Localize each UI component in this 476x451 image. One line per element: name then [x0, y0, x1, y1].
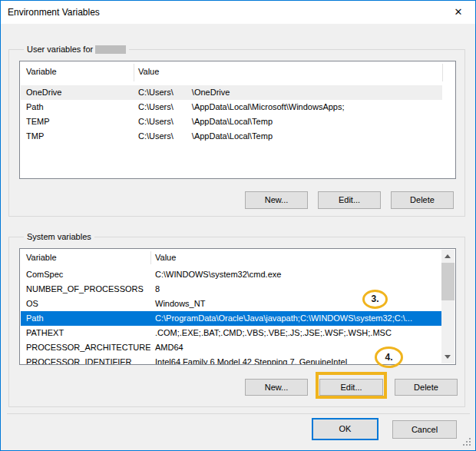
footer-separator — [7, 413, 470, 414]
value-cell: AMD64 — [150, 340, 455, 355]
user-delete-button[interactable]: Delete — [391, 191, 454, 209]
user-table-header: Variable Value — [21, 61, 455, 85]
table-row-tmp[interactable]: TMP C:\Users\\AppData\Local\Temp — [21, 129, 455, 144]
value-cell: C:\Users\\OneDrive — [134, 85, 442, 100]
table-row-onedrive[interactable]: OneDrive C:\Users\\OneDrive — [21, 85, 442, 100]
chevron-up-icon — [445, 254, 451, 258]
table-row-path[interactable]: Path C:\Users\\AppData\Local\Microsoft\W… — [21, 100, 455, 114]
value-cell: 8 — [150, 282, 455, 297]
column-divider[interactable] — [442, 64, 443, 81]
column-header-variable[interactable]: Variable — [21, 61, 134, 85]
variable-cell: TMP — [21, 129, 134, 144]
redacted-username — [95, 45, 126, 54]
scroll-up-button[interactable] — [441, 250, 455, 263]
user-new-button[interactable]: New... — [245, 191, 308, 209]
variable-cell: OneDrive — [21, 85, 134, 100]
redacted-username-gap — [174, 95, 192, 95]
variable-cell: NUMBER_OF_PROCESSORS — [21, 282, 150, 297]
variable-cell: PATHEXT — [21, 326, 150, 340]
variable-cell: PROCESSOR_ARCHITECTURE — [21, 340, 150, 355]
table-row-number-of-processors[interactable]: NUMBER_OF_PROCESSORS 8 — [21, 282, 455, 297]
variable-cell: Path — [21, 100, 134, 114]
table-row-comspec[interactable]: ComSpec C:\WINDOWS\system32\cmd.exe — [21, 267, 455, 282]
variable-cell: PROCESSOR_IDENTIFIER — [21, 355, 150, 365]
column-header-value[interactable]: Value — [150, 249, 455, 267]
value-cell: C:\ProgramData\Oracle\Java\javapath;C:\W… — [150, 311, 443, 326]
value-cell: C:\Users\\AppData\Local\Temp — [134, 114, 455, 129]
annotation-edit-highlight-box — [316, 372, 387, 399]
table-row-path-selected[interactable]: Path C:\ProgramData\Oracle\Java\javapath… — [21, 311, 443, 326]
close-icon[interactable]: ✕ — [449, 1, 468, 24]
value-cell: C:\Users\\AppData\Local\Microsoft\Window… — [134, 100, 455, 114]
column-header-variable[interactable]: Variable — [21, 249, 150, 267]
value-cell: .COM;.EXE;.BAT;.CMD;.VBS;.VBE;.JS;.JSE;.… — [150, 326, 455, 340]
variable-cell: OS — [21, 297, 150, 311]
title-bar: Environment Variables ✕ — [1, 1, 475, 24]
system-table-header: Variable Value — [21, 249, 455, 267]
annotation-step-4-circle: 4. — [375, 347, 403, 368]
user-edit-button[interactable]: Edit... — [318, 191, 381, 209]
table-row-pathext[interactable]: PATHEXT .COM;.EXE;.BAT;.CMD;.VBS;.VBE;.J… — [21, 326, 455, 340]
value-cell: C:\WINDOWS\system32\cmd.exe — [150, 267, 455, 282]
value-cell: Intel64 Family 6 Model 42 Stepping 7, Ge… — [150, 355, 455, 365]
system-delete-button[interactable]: Delete — [395, 379, 458, 396]
system-new-button[interactable]: New... — [245, 379, 308, 396]
table-row-temp[interactable]: TEMP C:\Users\\AppData\Local\Temp — [21, 114, 455, 129]
redacted-username-gap — [174, 109, 192, 110]
value-cell: Windows_NT — [150, 297, 455, 311]
chevron-down-icon — [445, 355, 451, 359]
table-row-os[interactable]: OS Windows_NT — [21, 297, 455, 311]
environment-variables-dialog: Environment Variables ✕ User variables f… — [0, 0, 476, 451]
resize-grip[interactable] — [469, 444, 471, 446]
scrollbar-thumb[interactable] — [441, 263, 455, 300]
system-variables-label: System variables — [24, 232, 94, 241]
value-cell: C:\Users\\AppData\Local\Temp — [134, 129, 455, 144]
vertical-scrollbar[interactable] — [441, 250, 455, 363]
redacted-username-gap — [174, 124, 192, 124]
annotation-step-3-circle: 3. — [362, 290, 388, 309]
scroll-down-button[interactable] — [441, 350, 455, 363]
column-divider[interactable] — [134, 64, 134, 81]
user-variables-table: Variable Value OneDrive C:\Users\\OneDri… — [19, 61, 456, 179]
user-variables-label: User variables for — [24, 45, 129, 54]
ok-button[interactable]: OK — [312, 418, 378, 440]
cancel-button[interactable]: Cancel — [392, 420, 457, 439]
window-title: Environment Variables — [8, 1, 100, 24]
variable-cell: TEMP — [21, 114, 134, 129]
variable-cell: ComSpec — [21, 267, 150, 282]
column-divider[interactable] — [150, 251, 151, 264]
redacted-username-gap — [174, 138, 192, 139]
variable-cell: Path — [21, 311, 150, 326]
column-header-value[interactable]: Value — [134, 61, 455, 85]
